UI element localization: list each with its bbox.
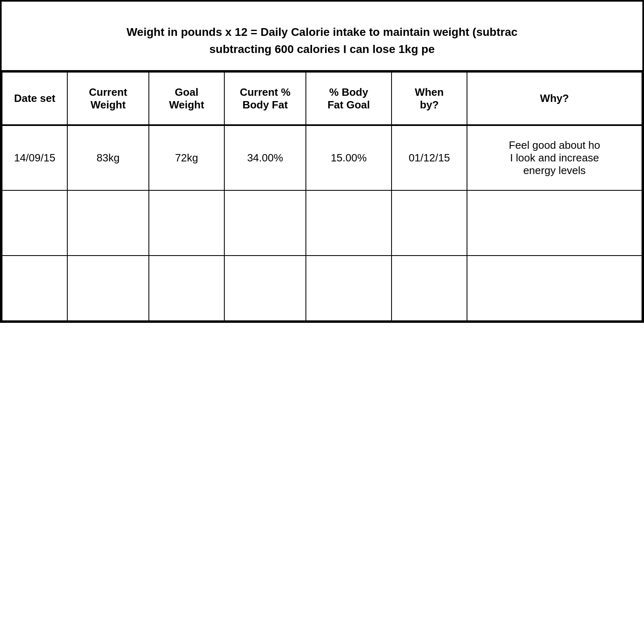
header-line1: Weight in pounds x 12 = Daily Calorie in… <box>126 26 518 38</box>
col-header-when-by: Whenby? <box>392 72 467 125</box>
cell-current-body-fat-1 <box>224 190 306 256</box>
table-header-row: Date set CurrentWeight GoalWeight Curren… <box>2 72 642 125</box>
cell-date-0: 14/09/15 <box>2 125 67 190</box>
cell-date-1 <box>2 190 67 256</box>
cell-goal-weight-1 <box>149 190 224 256</box>
table-row <box>2 190 642 256</box>
table-outer: Date set CurrentWeight GoalWeight Curren… <box>0 70 644 323</box>
cell-current-weight-1 <box>67 190 149 256</box>
cell-why-0: Feel good about hoI look and increaseene… <box>467 125 642 190</box>
col-header-goal-weight: GoalWeight <box>149 72 224 125</box>
cell-date-2 <box>2 256 67 321</box>
col-header-current-weight: CurrentWeight <box>67 72 149 125</box>
cell-when-by-1 <box>392 190 467 256</box>
cell-current-weight-0: 83kg <box>67 125 149 190</box>
cell-body-fat-goal-0: 15.00% <box>306 125 392 190</box>
table-row <box>2 256 642 321</box>
cell-goal-weight-2 <box>149 256 224 321</box>
cell-current-weight-2 <box>67 256 149 321</box>
cell-when-by-0: 01/12/15 <box>392 125 467 190</box>
col-header-why: Why? <box>467 72 642 125</box>
cell-goal-weight-0: 72kg <box>149 125 224 190</box>
cell-current-body-fat-2 <box>224 256 306 321</box>
main-table: Date set CurrentWeight GoalWeight Curren… <box>2 72 642 321</box>
cell-body-fat-goal-2 <box>306 256 392 321</box>
header-section: Weight in pounds x 12 = Daily Calorie in… <box>0 7 644 70</box>
cell-body-fat-goal-1 <box>306 190 392 256</box>
header-text: Weight in pounds x 12 = Daily Calorie in… <box>26 24 618 58</box>
cell-why-2 <box>467 256 642 321</box>
col-header-body-fat-goal: % BodyFat Goal <box>306 72 392 125</box>
table-row: 14/09/15 83kg 72kg 34.00% 15.00% 01/12/1… <box>2 125 642 190</box>
top-border <box>0 0 644 7</box>
col-header-current-body-fat: Current %Body Fat <box>224 72 306 125</box>
header-line2: subtracting 600 calories I can lose 1kg … <box>209 43 434 55</box>
page-container: Weight in pounds x 12 = Daily Calorie in… <box>0 0 644 644</box>
cell-when-by-2 <box>392 256 467 321</box>
cell-why-1 <box>467 190 642 256</box>
col-header-date-set: Date set <box>2 72 67 125</box>
cell-current-body-fat-0: 34.00% <box>224 125 306 190</box>
